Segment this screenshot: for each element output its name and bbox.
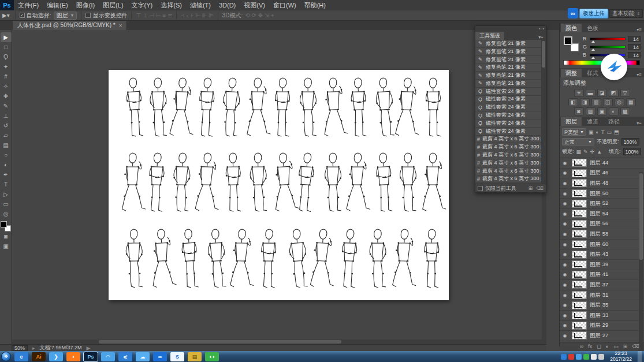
canvas-area[interactable] xyxy=(12,30,546,339)
adjustment-icon[interactable]: ▨ xyxy=(586,107,595,115)
layer-thumbnail[interactable] xyxy=(572,240,587,248)
adjustment-icon[interactable]: ◩ xyxy=(609,89,619,97)
tray-icon[interactable] xyxy=(583,354,589,360)
adjustment-icon[interactable]: ◨ xyxy=(580,98,590,106)
taskbar-s-browser[interactable]: S xyxy=(170,352,184,361)
layer-row[interactable]: ◉图层 41 xyxy=(560,270,644,281)
visibility-eye-icon[interactable]: ◉ xyxy=(561,282,569,288)
adjustment-icon[interactable]: ◪ xyxy=(597,89,607,97)
layer-thumbnail[interactable] xyxy=(572,322,587,330)
taskbar-cheetah-browser[interactable]: ◗ xyxy=(66,352,80,361)
visibility-eye-icon[interactable]: ◉ xyxy=(561,201,569,206)
workspace-switcher[interactable]: 基本功能⇕ xyxy=(609,9,643,18)
visibility-eye-icon[interactable]: ◉ xyxy=(561,272,569,277)
layer-thumbnail[interactable] xyxy=(572,260,587,268)
visibility-eye-icon[interactable]: ◉ xyxy=(561,313,569,318)
visibility-eye-icon[interactable]: ◉ xyxy=(561,333,569,338)
auto-select-target-dropdown[interactable]: 图层▼ xyxy=(54,12,77,20)
preset-row[interactable]: Ϙ磁性套索 24 像素 xyxy=(475,103,542,111)
lock-icon[interactable]: ▲ xyxy=(597,149,602,155)
healing-brush-tool[interactable]: ✚ xyxy=(1,91,12,101)
layer-thumbnail[interactable] xyxy=(572,210,587,218)
status-arrow-icon[interactable]: ▶ xyxy=(87,345,91,351)
tray-icon[interactable] xyxy=(568,354,574,360)
color-swatches[interactable] xyxy=(564,36,579,51)
color-swatches[interactable] xyxy=(1,221,11,232)
channel-value[interactable]: 14 xyxy=(628,44,641,50)
menu-4[interactable]: 文字(Y) xyxy=(128,0,157,10)
tray-icon[interactable] xyxy=(591,354,597,360)
filter-type-icon[interactable]: ▭ xyxy=(606,129,612,135)
visibility-eye-icon[interactable]: ◉ xyxy=(561,252,569,257)
layer-thumbnail[interactable] xyxy=(572,271,587,279)
adjustment-icon[interactable]: ☀ xyxy=(574,89,584,97)
layer-thumbnail[interactable] xyxy=(572,169,587,177)
clone-stamp-tool[interactable]: ⊥ xyxy=(1,111,12,121)
layer-thumbnail[interactable] xyxy=(572,220,587,228)
adjustment-icon[interactable]: ▣ xyxy=(597,107,607,115)
visibility-eye-icon[interactable]: ◉ xyxy=(561,221,569,226)
taskbar-dove-chat[interactable]: ❯ xyxy=(49,352,63,361)
preset-row[interactable]: ✎修复画笔 21 像素 xyxy=(475,40,542,48)
menu-9[interactable]: 窗口(W) xyxy=(269,0,300,10)
layers-footer-icon[interactable]: ▭ xyxy=(613,344,619,349)
preset-row[interactable]: Ϙ磁性套索 24 像素 xyxy=(475,96,542,104)
tab-color[interactable]: 颜色 xyxy=(561,24,582,32)
foreground-color[interactable] xyxy=(564,36,572,45)
taskbar-thunder[interactable]: ⋞ xyxy=(118,352,132,361)
visibility-eye-icon[interactable]: ◉ xyxy=(561,262,569,267)
layer-filter-dropdown[interactable]: P类型▼ xyxy=(562,128,586,136)
upload-button[interactable]: 极速上传 xyxy=(579,9,608,18)
preset-row[interactable]: ✎修复画笔 21 像素 xyxy=(475,80,542,88)
layer-row[interactable]: ◉图层 48 xyxy=(560,178,644,189)
tab-layers[interactable]: 图层 xyxy=(561,117,582,126)
menu-8[interactable]: 视图(V) xyxy=(240,0,269,10)
menu-7[interactable]: 3D(D) xyxy=(215,0,240,10)
channel-value[interactable]: 14 xyxy=(628,36,641,42)
menu-3[interactable]: 图层(L) xyxy=(99,0,127,10)
preset-row[interactable]: ✎修复画笔 21 像素 xyxy=(475,64,542,72)
new-preset-icon[interactable]: ⊞ xyxy=(528,185,533,191)
preset-row[interactable]: Ϙ磁性套索 24 像素 xyxy=(475,128,542,136)
preset-row[interactable]: #裁剪 4 英寸 x 6 英寸 300 ppi xyxy=(475,151,542,159)
layer-thumbnail[interactable] xyxy=(572,200,587,208)
layer-row[interactable]: ◉图层 52 xyxy=(560,199,644,209)
adjustment-icon[interactable]: ▦ xyxy=(626,98,636,106)
move-tool-icon[interactable]: ▶▾ xyxy=(1,12,11,18)
baidu-cloud-icon[interactable]: ∞ xyxy=(568,8,578,18)
panel-menu-icon[interactable]: ▾≡ xyxy=(634,27,644,32)
layer-row[interactable]: ◉图层 33 xyxy=(560,311,644,321)
gradient-tool[interactable]: ▤ xyxy=(1,140,12,150)
auto-select-checkbox[interactable]: ✓ 自动选择: xyxy=(20,12,51,20)
layer-row[interactable]: ◉图层 56 xyxy=(560,219,644,230)
taskbar-wechat[interactable]: ◖◗ xyxy=(205,352,219,361)
preset-row[interactable]: Ϙ磁性套索 24 像素 xyxy=(475,88,542,96)
lock-icon[interactable]: ✛ xyxy=(590,149,595,155)
adjustment-icon[interactable]: ◐ xyxy=(609,107,619,115)
layer-thumbnail[interactable] xyxy=(572,331,587,339)
layer-thumbnail[interactable] xyxy=(572,159,587,167)
zoom-level[interactable]: 50% xyxy=(12,345,28,351)
close-tab-icon[interactable]: × xyxy=(119,23,122,29)
tab-swatches[interactable]: 色板 xyxy=(582,24,603,32)
layer-thumbnail[interactable] xyxy=(572,281,587,289)
preset-row[interactable]: ✎修复画笔 21 像素 xyxy=(475,48,542,56)
visibility-eye-icon[interactable]: ◉ xyxy=(561,211,569,217)
marquee-tool[interactable]: □ xyxy=(1,42,12,52)
eyedropper-tool[interactable]: ✧ xyxy=(1,81,12,91)
layer-row[interactable]: ◉图层 27 xyxy=(560,331,644,341)
slider-track[interactable] xyxy=(590,38,626,40)
tab-paths[interactable]: 路径 xyxy=(604,117,624,126)
move-tool[interactable]: ▶ xyxy=(1,32,12,42)
layers-scrollbar[interactable] xyxy=(639,172,643,362)
shape-tool[interactable]: ▭ xyxy=(1,199,12,209)
screen-mode-button[interactable]: ▣ xyxy=(1,241,12,251)
layer-row[interactable]: ◉图层 31 xyxy=(560,290,644,301)
taskbar-video-player[interactable]: ▤ xyxy=(188,352,202,361)
close-icon[interactable]: ▪ xyxy=(543,27,544,31)
visibility-eye-icon[interactable]: ◉ xyxy=(561,232,569,237)
layer-thumbnail[interactable] xyxy=(572,291,587,299)
adjustment-icon[interactable]: ▩ xyxy=(620,107,630,115)
crop-tool[interactable]: # xyxy=(1,72,12,81)
visibility-eye-icon[interactable]: ◉ xyxy=(561,242,569,247)
